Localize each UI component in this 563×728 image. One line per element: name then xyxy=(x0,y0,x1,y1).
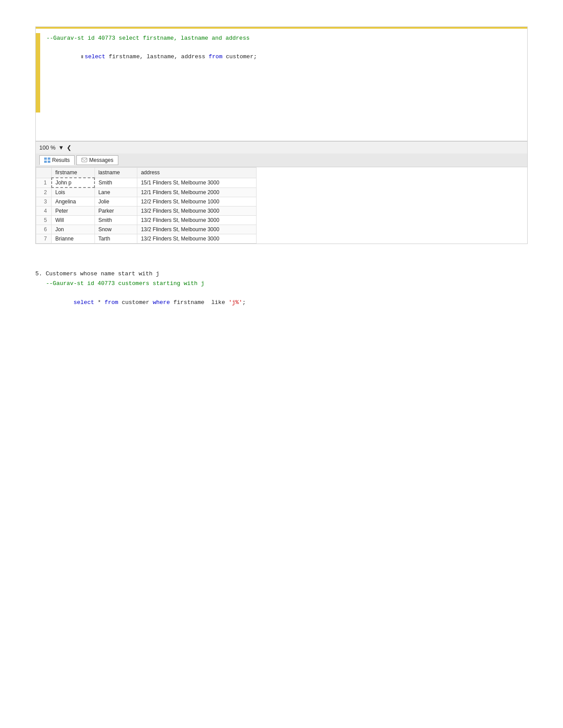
firstname-cell: Jon xyxy=(52,225,94,234)
lastname-cell: Tarth xyxy=(94,234,137,244)
address-cell: 12/2 Flinders St, Melbourne 1000 xyxy=(137,197,257,206)
section-5-comment: --Gaurav-st id 40773 customers starting … xyxy=(46,279,528,288)
col-address-header: address xyxy=(137,168,257,178)
table-row: 4PeterParker13/2 Flinders St, Melbourne … xyxy=(36,206,257,216)
address-cell: 13/2 Flinders St, Melbourne 3000 xyxy=(137,225,257,234)
s5-field: firstname like xyxy=(170,299,229,306)
tab-results[interactable]: Results xyxy=(39,155,75,165)
row-num-cell: 2 xyxy=(36,188,52,197)
row-num-cell: 5 xyxy=(36,216,52,225)
lastname-cell: Jolie xyxy=(94,197,137,206)
section-5: 5. Customers whose name start with j --G… xyxy=(35,270,528,317)
sql-select-fields: firstname, lastname, address xyxy=(105,53,208,60)
lastname-cell: Snow xyxy=(94,225,137,234)
svg-rect-1 xyxy=(48,158,50,160)
svg-rect-3 xyxy=(48,161,50,163)
table-row: 6JonSnow13/2 Flinders St, Melbourne 3000 xyxy=(36,225,257,234)
lastname-cell: Lane xyxy=(94,188,137,197)
sql-table: customer; xyxy=(223,53,257,60)
keyword-select: select xyxy=(85,53,106,60)
row-num-cell: 3 xyxy=(36,197,52,206)
firstname-cell: Peter xyxy=(52,206,94,216)
firstname-cell: Will xyxy=(52,216,94,225)
row-num-cell: 1 xyxy=(36,178,52,188)
zoom-separator: ❮ xyxy=(67,144,72,151)
lastname-cell: Parker xyxy=(94,206,137,216)
s5-keyword-where: where xyxy=(153,299,170,306)
svg-rect-4 xyxy=(82,158,87,162)
col-lastname-header: lastname xyxy=(94,168,137,178)
page-wrapper: --Gaurav-st id 40773 select firstname, l… xyxy=(0,0,563,343)
lastname-cell: Smith xyxy=(94,216,137,225)
address-cell: 15/1 Flinders St, Melbourne 3000 xyxy=(137,178,257,188)
svg-rect-2 xyxy=(44,161,47,163)
firstname-cell: John p xyxy=(52,178,94,188)
row-num-cell: 4 xyxy=(36,206,52,216)
col-firstname-header: firstname xyxy=(52,168,94,178)
address-cell: 12/1 Flinders St, Melbourne 2000 xyxy=(137,188,257,197)
table-row: 2LoisLane12/1 Flinders St, Melbourne 200… xyxy=(36,188,257,197)
s5-end: ; xyxy=(242,299,246,306)
editor-content: --Gaurav-st id 40773 select firstname, l… xyxy=(36,29,527,117)
results-table: firstname lastname address 1John pSmith1… xyxy=(36,167,257,244)
tab-messages-label: Messages xyxy=(89,157,113,163)
section-5-title: 5. Customers whose name start with j xyxy=(35,270,528,277)
s5-value: 'j%' xyxy=(229,299,242,306)
tab-messages[interactable]: Messages xyxy=(76,155,118,165)
firstname-cell: Angelina xyxy=(52,197,94,206)
table-row: 3AngelinaJolie12/2 Flinders St, Melbourn… xyxy=(36,197,257,206)
zoom-bar: 100 % ▼ ❮ xyxy=(35,141,528,154)
firstname-cell: Brianne xyxy=(52,234,94,244)
s5-table: customer xyxy=(118,299,153,306)
grid-icon xyxy=(44,158,50,163)
sql-select-line: ∎select firstname, lastname, address fro… xyxy=(46,43,525,71)
tab-results-label: Results xyxy=(52,157,70,163)
row-num-cell: 7 xyxy=(36,234,52,244)
address-cell: 13/2 Flinders St, Melbourne 3000 xyxy=(137,234,257,244)
lastname-cell: Smith xyxy=(94,178,137,188)
row-num-cell: 6 xyxy=(36,225,52,234)
svg-rect-0 xyxy=(44,158,47,160)
sql-comment-line: --Gaurav-st id 40773 select firstname, l… xyxy=(46,34,525,43)
editor-gutter xyxy=(36,33,40,113)
table-body: 1John pSmith15/1 Flinders St, Melbourne … xyxy=(36,178,257,244)
section-5-sql: select * from customer where firstname l… xyxy=(46,288,528,316)
results-tabs: Results Messages xyxy=(36,154,527,167)
section-5-code: --Gaurav-st id 40773 customers starting … xyxy=(46,279,528,317)
editor-lines: --Gaurav-st id 40773 select firstname, l… xyxy=(44,33,527,113)
col-num-header xyxy=(36,168,52,178)
s5-keyword-select: select xyxy=(73,299,94,306)
firstname-cell: Lois xyxy=(52,188,94,197)
messages-icon xyxy=(81,158,87,163)
results-panel: Results Messages firstname lastname addr… xyxy=(35,154,528,244)
zoom-label: 100 % xyxy=(39,144,56,151)
address-cell: 13/2 Flinders St, Melbourne 3000 xyxy=(137,216,257,225)
s5-star: * xyxy=(94,299,104,306)
s5-keyword-from: from xyxy=(105,299,118,306)
sql-editor[interactable]: --Gaurav-st id 40773 select firstname, l… xyxy=(35,26,528,141)
table-row: 5WillSmith13/2 Flinders St, Melbourne 30… xyxy=(36,216,257,225)
table-header-row: firstname lastname address xyxy=(36,168,257,178)
zoom-dropdown-arrow[interactable]: ▼ xyxy=(58,144,64,151)
results-table-wrapper: firstname lastname address 1John pSmith1… xyxy=(36,167,527,244)
collapse-icon[interactable]: ∎ xyxy=(81,54,84,60)
address-cell: 13/2 Flinders St, Melbourne 3000 xyxy=(137,206,257,216)
table-row: 7BrianneTarth13/2 Flinders St, Melbourne… xyxy=(36,234,257,244)
keyword-from: from xyxy=(209,53,223,60)
table-row: 1John pSmith15/1 Flinders St, Melbourne … xyxy=(36,178,257,188)
